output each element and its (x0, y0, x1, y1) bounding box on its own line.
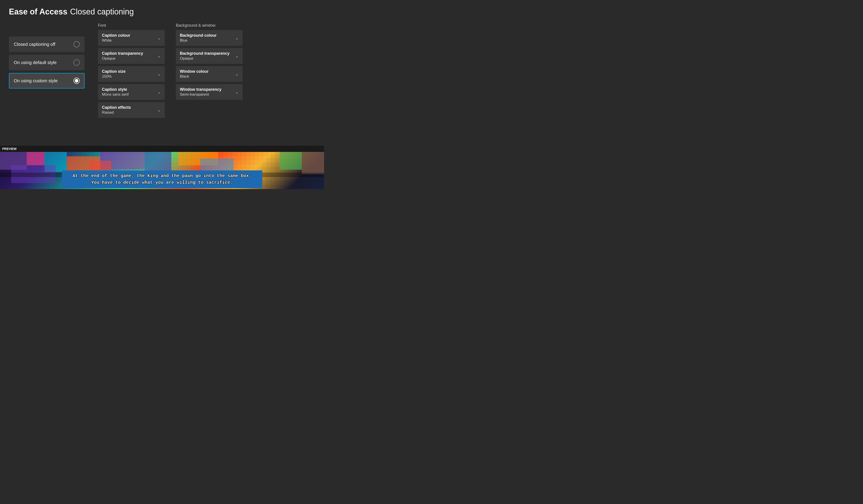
option-off-label: Closed captioning off (14, 42, 55, 47)
caption-colour-chevron-icon: ⌄ (158, 36, 161, 40)
option-default-label: On using default style (14, 60, 57, 65)
page-title: Closed captioning (70, 7, 134, 16)
bg-section-heading: Background & window (176, 23, 242, 28)
radio-circle-off (73, 41, 80, 47)
window-transparency-label: Window transparency (180, 87, 222, 92)
caption-colour-label: Caption colour (102, 33, 130, 38)
caption-size-chevron-icon: ⌄ (158, 72, 161, 77)
window-transparency-dropdown[interactable]: Window transparency Semi-transparent ⌄ (176, 84, 242, 100)
caption-transparency-value: Opaque (102, 56, 143, 61)
caption-style-label: Caption style (102, 87, 129, 92)
caption-style-chevron-icon: ⌄ (158, 90, 161, 94)
caption-transparency-dropdown[interactable]: Caption transparency Opaque ⌄ (98, 48, 165, 64)
caption-bar: At the end of the game, the king and the… (62, 170, 262, 188)
brand-label: Ease of Access (9, 7, 67, 16)
caption-size-dropdown[interactable]: Caption size 150% ⌄ (98, 66, 165, 82)
bg-colour-value: Blue (180, 38, 216, 43)
bg-transparency-text: Background transparency Opaque (180, 51, 229, 61)
left-panel: Closed captioning off On using default s… (9, 37, 85, 120)
window-colour-value: Black (180, 74, 209, 79)
main-content: Closed captioning off On using default s… (0, 21, 324, 125)
preview-label: PREVIEW (0, 146, 324, 152)
caption-colour-text: Caption colour White (102, 33, 130, 43)
caption-size-value: 150% (102, 74, 126, 79)
preview-image: At the end of the game, the king and the… (0, 152, 324, 189)
caption-line2: You have to decide what you are willing … (67, 179, 257, 186)
caption-effects-text: Caption effects Raised (102, 105, 131, 115)
caption-size-text: Caption size 150% (102, 69, 126, 79)
radio-circle-default (73, 60, 80, 66)
bg-transparency-label: Background transparency (180, 51, 229, 56)
window-transparency-text: Window transparency Semi-transparent (180, 87, 222, 97)
window-colour-label: Window colour (180, 69, 209, 74)
option-off[interactable]: Closed captioning off (9, 37, 85, 52)
caption-colour-dropdown[interactable]: Caption colour White ⌄ (98, 30, 165, 46)
caption-style-text: Caption style Mono sans serif (102, 87, 129, 97)
caption-size-label: Caption size (102, 69, 126, 74)
window-colour-chevron-icon: ⌄ (235, 72, 239, 77)
window-colour-dropdown[interactable]: Window colour Black ⌄ (176, 66, 242, 82)
bg-transparency-chevron-icon: ⌄ (235, 54, 239, 59)
window-colour-text: Window colour Black (180, 69, 209, 79)
bg-colour-text: Background colour Blue (180, 33, 216, 43)
caption-transparency-label: Caption transparency (102, 51, 143, 56)
caption-colour-value: White (102, 38, 130, 43)
font-section-heading: Font (98, 23, 165, 28)
window-transparency-value: Semi-transparent (180, 92, 222, 97)
bg-colour-dropdown[interactable]: Background colour Blue ⌄ (176, 30, 242, 46)
caption-effects-chevron-icon: ⌄ (158, 108, 161, 113)
caption-effects-dropdown[interactable]: Caption effects Raised ⌄ (98, 102, 165, 118)
option-custom-label: On using custom style (14, 78, 58, 83)
bg-transparency-dropdown[interactable]: Background transparency Opaque ⌄ (176, 48, 242, 64)
bg-section: Background & window Background colour Bl… (176, 23, 242, 120)
caption-line1: At the end of the game, the king and the… (67, 172, 257, 179)
bg-transparency-value: Opaque (180, 56, 229, 61)
option-custom[interactable]: On using custom style (9, 73, 85, 89)
radio-circle-custom (73, 78, 80, 84)
caption-style-value: Mono sans serif (102, 92, 129, 97)
page-header: Ease of Access Closed captioning (0, 0, 324, 21)
preview-section: PREVIEW At the end of the game, the king… (0, 146, 324, 189)
font-section: Font Caption colour White ⌄ Caption tran… (98, 23, 165, 120)
bg-colour-chevron-icon: ⌄ (235, 36, 239, 40)
option-default[interactable]: On using default style (9, 55, 85, 70)
caption-effects-label: Caption effects (102, 105, 131, 110)
bg-colour-label: Background colour (180, 33, 216, 38)
sections-row: Font Caption colour White ⌄ Caption tran… (98, 23, 315, 120)
caption-transparency-text: Caption transparency Opaque (102, 51, 143, 61)
caption-transparency-chevron-icon: ⌄ (158, 54, 161, 59)
caption-style-dropdown[interactable]: Caption style Mono sans serif ⌄ (98, 84, 165, 100)
window-transparency-chevron-icon: ⌄ (235, 90, 239, 94)
caption-effects-value: Raised (102, 110, 131, 115)
